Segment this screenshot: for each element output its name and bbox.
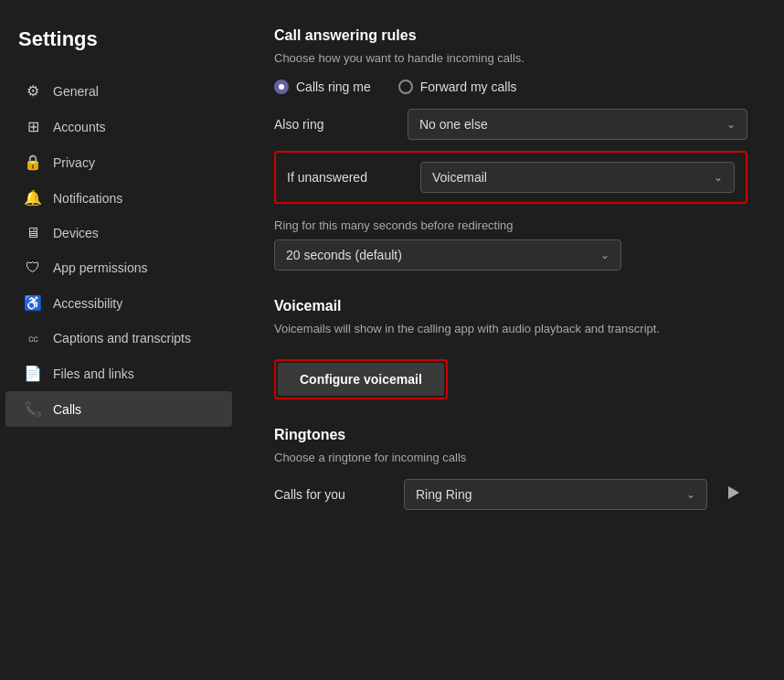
also-ring-value: No one else — [419, 117, 488, 132]
call-answering-title: Call answering rules — [274, 27, 747, 44]
app-permissions-icon: 🛡 — [24, 260, 42, 276]
captions-icon: ㏄ — [24, 330, 42, 346]
files-icon: 📄 — [24, 365, 42, 382]
radio-circle-selected — [274, 80, 289, 94]
sidebar-label-calls: Calls — [53, 402, 81, 417]
settings-title: Settings — [0, 18, 238, 73]
main-content: Call answering rules Choose how you want… — [238, 0, 784, 680]
ringtones-section: Ringtones Choose a ringtone for incoming… — [274, 427, 747, 510]
sidebar-label-accounts: Accounts — [53, 120, 106, 134]
sidebar-item-notifications[interactable]: 🔔 Notifications — [5, 180, 232, 216]
ringtones-title: Ringtones — [274, 427, 747, 443]
sidebar: Settings ⚙ General ⊞ Accounts 🔒 Privacy … — [0, 0, 238, 680]
if-unanswered-chevron-icon: ⌄ — [714, 171, 723, 184]
redirect-dropdown[interactable]: 20 seconds (default) ⌄ — [274, 239, 621, 271]
sidebar-label-privacy: Privacy — [53, 155, 95, 170]
radio-calls-ring-me-label: Calls ring me — [296, 80, 371, 94]
if-unanswered-label: If unanswered — [287, 170, 406, 185]
sidebar-item-accessibility[interactable]: ♿ Accessibility — [5, 285, 232, 321]
sidebar-item-files[interactable]: 📄 Files and links — [5, 356, 232, 391]
if-unanswered-box: If unanswered Voicemail ⌄ — [274, 151, 747, 204]
redirect-seconds-row: 20 seconds (default) ⌄ — [274, 239, 747, 271]
voicemail-title: Voicemail — [274, 298, 747, 314]
calls-for-you-label: Calls for you — [274, 487, 393, 502]
ringtones-subtitle: Choose a ringtone for incoming calls — [274, 451, 747, 464]
sidebar-item-captions[interactable]: ㏄ Captions and transcripts — [5, 321, 232, 356]
ringtone-value: Ring Ring — [416, 487, 471, 502]
play-icon — [724, 483, 742, 502]
devices-icon: 🖥 — [24, 225, 42, 241]
configure-btn-wrapper: Configure voicemail — [274, 359, 448, 399]
redirect-label: Ring for this many seconds before redire… — [274, 218, 747, 232]
ringtone-dropdown[interactable]: Ring Ring ⌄ — [404, 479, 707, 510]
radio-forward-calls-label: Forward my calls — [420, 80, 517, 94]
also-ring-label: Also ring — [274, 117, 393, 132]
sidebar-item-calls[interactable]: 📞 Calls — [5, 391, 232, 427]
calls-icon: 📞 — [24, 400, 42, 418]
sidebar-item-privacy[interactable]: 🔒 Privacy — [5, 144, 232, 180]
radio-circle-unselected — [398, 80, 413, 94]
call-answering-section: Call answering rules Choose how you want… — [274, 27, 747, 271]
sidebar-item-general[interactable]: ⚙ General — [5, 73, 232, 109]
svg-marker-0 — [728, 486, 739, 499]
ringtone-chevron-icon: ⌄ — [686, 488, 695, 501]
redirect-chevron-icon: ⌄ — [600, 249, 609, 261]
calls-for-you-row: Calls for you Ring Ring ⌄ — [274, 479, 747, 510]
sidebar-item-app-permissions[interactable]: 🛡 App permissions — [5, 250, 232, 285]
voicemail-subtitle: Voicemails will show in the calling app … — [274, 322, 747, 335]
also-ring-dropdown[interactable]: No one else ⌄ — [408, 109, 747, 140]
sidebar-label-accessibility: Accessibility — [53, 296, 122, 311]
configure-voicemail-button[interactable]: Configure voicemail — [278, 363, 444, 396]
radio-group: Calls ring me Forward my calls — [274, 80, 747, 94]
sidebar-label-notifications: Notifications — [53, 191, 122, 206]
if-unanswered-value: Voicemail — [432, 170, 487, 185]
radio-forward-calls[interactable]: Forward my calls — [398, 80, 517, 94]
sidebar-label-devices: Devices — [53, 226, 99, 240]
accounts-icon: ⊞ — [24, 118, 42, 135]
sidebar-label-files: Files and links — [53, 367, 134, 381]
sidebar-label-app-permissions: App permissions — [53, 260, 148, 275]
accessibility-icon: ♿ — [24, 294, 42, 312]
privacy-icon: 🔒 — [24, 154, 42, 171]
sidebar-item-accounts[interactable]: ⊞ Accounts — [5, 109, 232, 144]
sidebar-item-devices[interactable]: 🖥 Devices — [5, 216, 232, 250]
also-ring-row: Also ring No one else ⌄ — [274, 109, 747, 140]
if-unanswered-dropdown[interactable]: Voicemail ⌄ — [420, 162, 735, 193]
also-ring-chevron-icon: ⌄ — [726, 118, 736, 131]
voicemail-section: Voicemail Voicemails will show in the ca… — [274, 298, 747, 399]
sidebar-label-general: General — [53, 84, 99, 99]
call-answering-subtitle: Choose how you want to handle incoming c… — [274, 51, 747, 65]
sidebar-label-captions: Captions and transcripts — [53, 331, 191, 345]
redirect-value: 20 seconds (default) — [286, 248, 402, 262]
notifications-icon: 🔔 — [24, 189, 42, 207]
play-ringtone-button[interactable] — [718, 483, 747, 506]
general-icon: ⚙ — [24, 82, 42, 100]
radio-calls-ring-me[interactable]: Calls ring me — [274, 80, 371, 94]
